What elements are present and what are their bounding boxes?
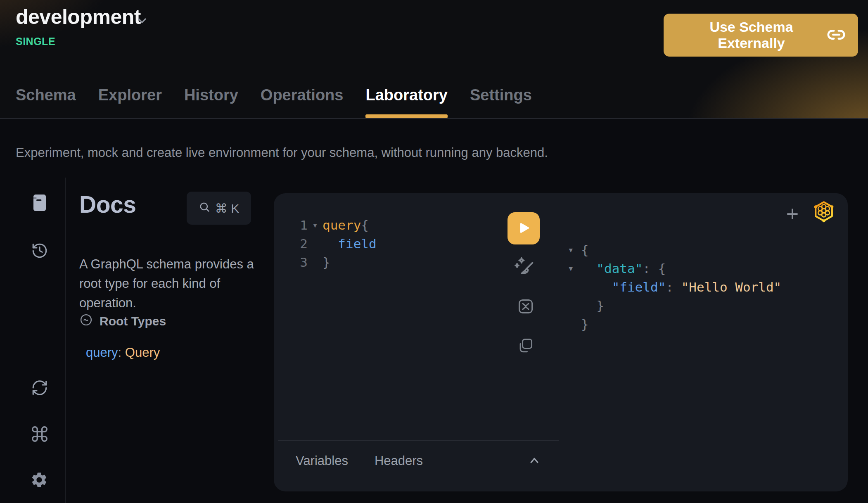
line-number: 2 xyxy=(289,235,308,253)
page-title: development xyxy=(16,5,141,29)
tab-bar: Schema Explorer History Operations Labor… xyxy=(16,86,532,118)
prettify-query-button[interactable] xyxy=(512,255,536,279)
chevron-down-icon[interactable] xyxy=(135,14,149,29)
search-icon xyxy=(199,201,210,216)
root-type-query-link[interactable]: query: Query xyxy=(86,345,160,360)
response-line: "field": "Hello World" xyxy=(568,278,781,297)
merge-icon xyxy=(517,311,535,317)
graphiql-hive-logo[interactable] xyxy=(812,200,835,223)
copy-icon xyxy=(516,350,534,356)
active-tab-underline xyxy=(365,114,447,118)
chevron-up-icon xyxy=(526,462,542,468)
fold-marker-icon[interactable]: ▾ xyxy=(568,241,581,259)
docs-search-button[interactable]: ⌘ K xyxy=(187,192,251,225)
tab-settings[interactable]: Settings xyxy=(470,86,532,118)
response-line: } xyxy=(568,297,781,315)
prettify-sparkle-brush-icon xyxy=(512,274,536,280)
tab-history[interactable]: History xyxy=(184,86,238,118)
fold-marker-icon[interactable]: ▾ xyxy=(308,216,323,235)
secondary-editor-divider xyxy=(278,440,559,441)
page-header: development SINGLE Use Schema Externally… xyxy=(0,0,868,119)
settings-sidebar-button[interactable] xyxy=(30,471,48,489)
fold-marker-icon[interactable]: ▾ xyxy=(568,259,581,278)
query-line: 3 } xyxy=(289,253,377,272)
tab-schema[interactable]: Schema xyxy=(16,86,76,118)
link-icon xyxy=(827,25,846,45)
docs-sidebar-button[interactable] xyxy=(31,193,48,212)
tab-headers[interactable]: Headers xyxy=(375,453,423,468)
query-editor[interactable]: 1 ▾ query{ 2 field 3 } xyxy=(289,216,377,272)
root-types-section: Root Types xyxy=(79,313,166,330)
search-shortcut-label: ⌘ K xyxy=(215,201,239,216)
root-type-separator: : xyxy=(118,345,125,360)
laboratory-page: development SINGLE Use Schema Externally… xyxy=(0,0,868,503)
docs-book-icon xyxy=(31,207,48,214)
command-icon xyxy=(30,439,49,445)
play-icon xyxy=(517,221,531,236)
response-line: } xyxy=(568,315,781,334)
root-types-label: Root Types xyxy=(100,314,166,328)
query-line: 2 field xyxy=(289,235,377,253)
page-subtitle: Experiment, mock and create live environ… xyxy=(16,145,548,160)
gear-icon xyxy=(30,484,48,490)
tab-operations[interactable]: Operations xyxy=(261,86,344,118)
response-line: ▾ "data": { xyxy=(568,259,781,278)
tab-laboratory[interactable]: Laboratory xyxy=(365,86,447,118)
execute-query-button[interactable] xyxy=(508,212,540,244)
response-viewer: ▾ { ▾ "data": { "field": "Hello World" }… xyxy=(568,241,781,334)
refresh-icon xyxy=(31,391,48,398)
root-types-icon xyxy=(79,313,93,330)
reload-schema-button[interactable] xyxy=(31,379,48,396)
line-number: 1 xyxy=(289,216,308,235)
add-tab-button[interactable]: + xyxy=(781,202,804,225)
sidebar-divider xyxy=(65,178,66,503)
docs-description: A GraphQL schema provides a root type fo… xyxy=(79,254,259,313)
hive-hexagon-icon xyxy=(812,218,835,224)
history-sidebar-button[interactable] xyxy=(31,242,48,259)
keyboard-shortcuts-button[interactable] xyxy=(30,425,49,444)
secondary-editor-tabs: Variables Headers xyxy=(296,453,423,468)
use-schema-externally-button[interactable]: Use Schema Externally xyxy=(664,14,858,57)
query-line: 1 ▾ query{ xyxy=(289,216,377,235)
tab-explorer[interactable]: Explorer xyxy=(98,86,162,118)
response-line: ▾ { xyxy=(568,241,781,259)
line-number: 3 xyxy=(289,253,308,272)
graphiql-panel: 1 ▾ query{ 2 field 3 } xyxy=(274,193,848,491)
merge-fragments-button[interactable] xyxy=(517,297,535,316)
use-schema-externally-label: Use Schema Externally xyxy=(676,19,827,51)
root-type-name[interactable]: Query xyxy=(125,345,160,360)
collapse-secondary-editor-button[interactable] xyxy=(526,454,542,467)
tab-variables[interactable]: Variables xyxy=(296,453,348,468)
root-type-field: query xyxy=(86,345,118,360)
copy-query-button[interactable] xyxy=(516,337,534,355)
docs-title: Docs xyxy=(79,191,136,218)
history-icon xyxy=(31,254,48,261)
status-badge: SINGLE xyxy=(16,36,55,47)
